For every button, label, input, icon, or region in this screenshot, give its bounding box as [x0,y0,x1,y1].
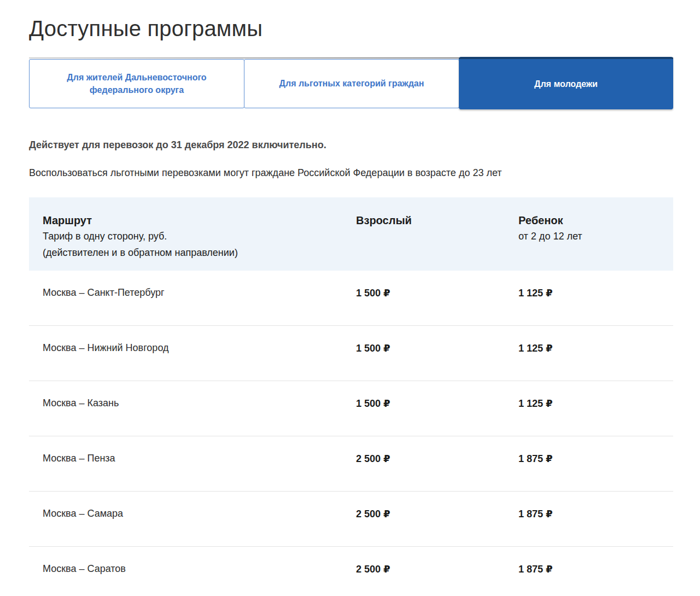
adult-price-cell: 1 500 ₽ [356,287,518,299]
adult-price-cell: 2 500 ₽ [356,453,518,465]
header-route-title: Маршрут [43,213,356,228]
page-container: Доступные программы Для жителей Дальнево… [0,16,700,596]
route-cell: Москва – Санкт-Петербург [43,287,356,299]
header-child-column: Ребенок от 2 до 12 лет [518,213,660,244]
tab-label: Для молодежи [534,78,598,90]
eligibility-note: Воспользоваться льготными перевозками мо… [29,167,673,179]
route-cell: Москва – Нижний Новгород [43,342,356,354]
tab-privileged-categories[interactable]: Для льготных категорий граждан [244,59,459,108]
header-adult-column: Взрослый [356,213,518,228]
child-price-cell: 1 875 ₽ [518,453,660,465]
child-price-cell: 1 875 ₽ [518,508,660,520]
page-title: Доступные программы [29,16,673,41]
route-cell: Москва – Пенза [43,453,356,464]
tab-label: Для льготных категорий граждан [279,77,424,90]
fare-table: Маршрут Тариф в одну сторону, руб. (дейс… [29,197,673,596]
adult-price-cell: 1 500 ₽ [356,342,518,354]
route-cell: Москва – Самара [43,508,356,519]
child-price-cell: 1 125 ₽ [518,287,660,299]
child-price-cell: 1 125 ₽ [518,342,660,354]
adult-price-cell: 1 500 ₽ [356,398,518,410]
table-row: Москва – Самара 2 500 ₽ 1 875 ₽ [29,492,673,547]
header-child-sub: от 2 до 12 лет [518,228,660,244]
table-body: Москва – Санкт-Петербург 1 500 ₽ 1 125 ₽… [29,271,673,596]
header-child-title: Ребенок [518,213,660,228]
table-header: Маршрут Тариф в одну сторону, руб. (дейс… [29,197,673,271]
header-route-sub1: Тариф в одну сторону, руб. [43,228,356,244]
table-row: Москва – Саратов 2 500 ₽ 1 875 ₽ [29,547,673,596]
adult-price-cell: 2 500 ₽ [356,508,518,520]
table-row: Москва – Пенза 2 500 ₽ 1 875 ₽ [29,436,673,492]
table-row: Москва – Казань 1 500 ₽ 1 125 ₽ [29,381,673,436]
program-tabs: Для жителей Дальневосточного федеральног… [29,59,673,108]
header-route-sub2: (действителен и в обратном направлении) [43,244,356,261]
tab-youth[interactable]: Для молодежи [459,57,673,109]
tab-label: Для жителей Дальневосточного федеральног… [46,71,228,96]
table-row: Москва – Санкт-Петербург 1 500 ₽ 1 125 ₽ [29,271,673,326]
adult-price-cell: 2 500 ₽ [356,563,518,575]
child-price-cell: 1 875 ₽ [518,563,660,575]
validity-note: Действует для перевозок до 31 декабря 20… [29,139,673,151]
route-cell: Москва – Саратов [43,563,356,575]
route-cell: Москва – Казань [43,398,356,409]
child-price-cell: 1 125 ₽ [518,398,660,410]
tab-far-east-residents[interactable]: Для жителей Дальневосточного федеральног… [29,59,244,108]
header-route-column: Маршрут Тариф в одну сторону, руб. (дейс… [43,213,356,261]
table-row: Москва – Нижний Новгород 1 500 ₽ 1 125 ₽ [29,326,673,381]
header-adult-title: Взрослый [356,213,518,228]
